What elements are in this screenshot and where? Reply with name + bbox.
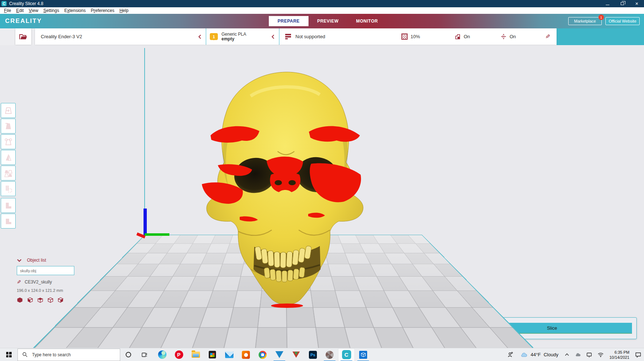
menu-settings[interactable]: Settings: [41, 7, 62, 14]
onedrive-button[interactable]: [572, 348, 584, 361]
taskbar-clock[interactable]: 6:35 PM 10/14/2021: [606, 350, 632, 360]
people-icon: [507, 352, 514, 358]
minimize-button[interactable]: [600, 0, 615, 7]
weather-widget[interactable]: 44°F Cloudy: [516, 352, 562, 357]
printer-selector[interactable]: Creality Ender-3 V2: [35, 28, 206, 45]
slice-button[interactable]: Slice: [472, 323, 632, 334]
view-3d-icon[interactable]: [17, 297, 23, 303]
mirror-tool[interactable]: [1, 150, 16, 165]
start-button[interactable]: [0, 348, 17, 361]
taskbar-app-meshmixer[interactable]: [321, 348, 338, 361]
object-list-title: Object list: [27, 258, 46, 263]
menu-preferences[interactable]: Preferences: [88, 7, 117, 14]
open-file-button[interactable]: [15, 28, 31, 45]
rotate-tool[interactable]: [1, 134, 16, 149]
menu-help[interactable]: Help: [117, 7, 131, 14]
people-button[interactable]: [504, 348, 516, 361]
view-left-icon[interactable]: [47, 297, 54, 303]
marketplace-button[interactable]: Marketplace 1: [568, 17, 602, 25]
official-website-button[interactable]: Official Website: [605, 17, 640, 25]
adhesion-setting[interactable]: On: [500, 28, 516, 45]
microsoft-store-icon: [209, 351, 216, 358]
scale-tool[interactable]: [1, 119, 16, 134]
print-profile-selector[interactable]: Not supported: [279, 28, 396, 45]
3d-viewer-icon: [359, 351, 367, 359]
marketplace-badge: 1: [598, 15, 604, 20]
taskbar-app-photoshop[interactable]: Ps: [305, 348, 321, 361]
viewport-3d[interactable]: Object list skully.obj ✎ CE3V2_skully 19…: [0, 45, 644, 348]
window-titlebar: C Creality Slicer 4.8 ✕: [0, 0, 644, 7]
windows-taskbar: P Ps C 44°F Cloudy: [0, 348, 644, 361]
header-corner-fill: [557, 28, 644, 45]
object-list-panel: Object list skully.obj ✎ CE3V2_skully 19…: [17, 258, 111, 303]
action-center-button[interactable]: [632, 348, 644, 361]
cast-button[interactable]: [584, 348, 595, 361]
taskbar-search[interactable]: [17, 349, 120, 361]
tab-preview[interactable]: PREVIEW: [309, 16, 347, 26]
tool-sidebar: [1, 103, 16, 229]
official-website-label: Official Website: [609, 19, 636, 23]
support-blocker-tool[interactable]: [1, 181, 16, 196]
triangle-app-blue-icon: [275, 351, 283, 358]
view-top-icon[interactable]: [37, 297, 43, 303]
infill-setting[interactable]: 10%: [401, 28, 420, 45]
model-skull[interactable]: [200, 66, 371, 309]
taskbar-app-office[interactable]: [237, 348, 254, 361]
menu-edit[interactable]: Edit: [13, 7, 26, 14]
restore-button[interactable]: [615, 0, 629, 7]
material-selector[interactable]: 1 Generic PLA empty: [206, 28, 279, 45]
rename-pencil-icon[interactable]: ✎: [17, 279, 21, 285]
move-tool[interactable]: [1, 103, 16, 118]
taskbar-app-3d-viewer[interactable]: [355, 348, 372, 361]
pinterest-icon: P: [175, 350, 183, 359]
object-list-header[interactable]: Object list: [17, 258, 111, 263]
search-icon: [22, 352, 28, 357]
view-right-icon[interactable]: [58, 297, 64, 303]
taskbar-app-creality-slicer[interactable]: C: [338, 348, 355, 361]
model-block-tool-1[interactable]: [1, 198, 16, 213]
menu-view[interactable]: View: [26, 7, 41, 14]
support-icon: [455, 33, 461, 40]
taskbar-app-mail[interactable]: [221, 348, 237, 361]
wifi-icon: [597, 352, 604, 357]
profile-status: Not supported: [295, 34, 325, 39]
model-block-tool-2[interactable]: [1, 214, 16, 229]
slice-panel: Slice: [467, 317, 637, 339]
taskbar-app-edge[interactable]: [154, 348, 170, 361]
model-dimensions: 196.0 x 124.0 x 121.2 mm: [17, 288, 111, 293]
settings-toolbar: Creality Ender-3 V2 1 Generic PLA empty …: [35, 28, 557, 45]
tab-monitor[interactable]: MONITOR: [347, 16, 386, 26]
support-setting[interactable]: On: [455, 28, 470, 45]
cortana-button[interactable]: [120, 348, 136, 361]
chevron-down-icon: [17, 259, 22, 262]
taskbar-app-store[interactable]: [204, 348, 221, 361]
tab-prepare[interactable]: PREPARE: [269, 16, 309, 26]
menu-extensions[interactable]: Extensions: [62, 7, 88, 14]
task-view-icon: [141, 352, 148, 358]
view-front-icon[interactable]: [27, 297, 33, 303]
cloud-icon: [574, 352, 581, 357]
chevron-left-icon: [198, 34, 201, 39]
cast-display-icon: [586, 352, 592, 358]
hidden-icons-button[interactable]: [562, 348, 572, 361]
taskbar-app-chrome[interactable]: [254, 348, 271, 361]
object-list-item[interactable]: skully.obj: [17, 266, 74, 275]
per-model-settings-tool[interactable]: [1, 166, 16, 180]
close-button[interactable]: ✕: [629, 0, 644, 7]
menu-file[interactable]: File: [1, 7, 13, 14]
taskbar-app-pinterest[interactable]: P: [170, 348, 187, 361]
minimize-icon: [606, 5, 609, 5]
task-view-button[interactable]: [136, 348, 152, 361]
chevron-up-icon: [565, 353, 569, 356]
taskbar-app-triangle-red[interactable]: [288, 348, 305, 361]
stage-header: CREALITY PREPARE PREVIEW MONITOR Marketp…: [0, 14, 644, 28]
photoshop-icon: Ps: [309, 351, 317, 359]
chrome-icon: [259, 351, 267, 359]
taskbar-app-triangle-blue[interactable]: [271, 348, 288, 361]
weather-cloud-icon: [520, 352, 528, 357]
material-pin-icon: 1: [210, 33, 218, 40]
search-input[interactable]: [32, 352, 105, 357]
taskbar-app-file-explorer[interactable]: [187, 348, 204, 361]
network-button[interactable]: [595, 348, 606, 361]
edit-pencil-icon[interactable]: ✎: [545, 33, 550, 40]
